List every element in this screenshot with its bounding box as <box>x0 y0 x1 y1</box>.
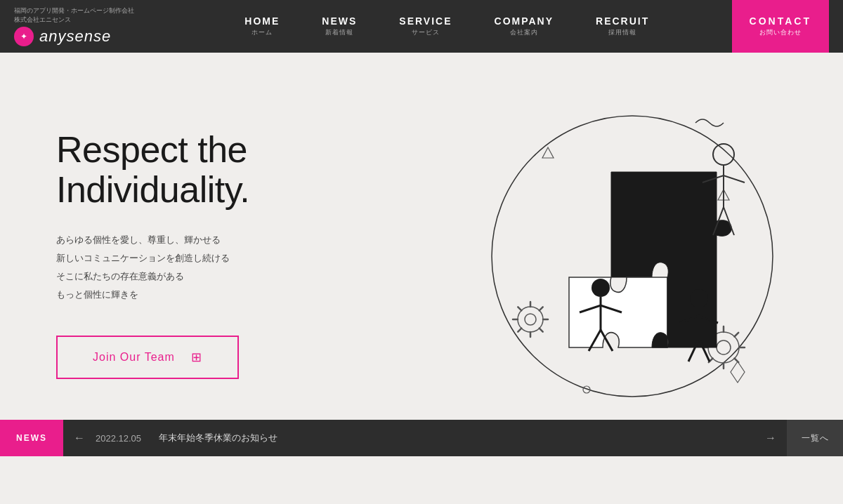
svg-point-6 <box>525 314 536 325</box>
svg-line-11 <box>518 307 521 310</box>
hero-title: Respect the Individuality. <box>56 130 407 210</box>
news-text: 年末年始冬季休業のお知らせ <box>152 432 754 444</box>
svg-line-14 <box>540 329 543 332</box>
news-label: NEWS <box>0 420 63 456</box>
news-next-button[interactable]: → <box>754 420 787 456</box>
svg-point-16 <box>717 340 731 354</box>
nav-recruit[interactable]: RECRUIT 採用情報 <box>575 15 670 37</box>
svg-marker-1 <box>542 147 554 158</box>
nav-service[interactable]: SERVICE サービス <box>378 15 473 37</box>
contact-button[interactable]: CONTACT お問い合わせ <box>732 0 829 53</box>
logo[interactable]: anysense <box>14 27 134 46</box>
svg-line-22 <box>735 333 739 337</box>
svg-line-13 <box>518 329 521 332</box>
news-bar: NEWS ← 2022.12.05 年末年始冬季休業のお知らせ → 一覧へ <box>0 420 843 456</box>
hero-content: Respect the Individuality. あらゆる個性を愛し、尊重し… <box>56 130 407 379</box>
hero-section: Respect the Individuality. あらゆる個性を愛し、尊重し… <box>0 53 843 456</box>
news-prev-button[interactable]: ← <box>63 420 96 456</box>
hero-illustration <box>464 81 801 418</box>
logo-icon <box>14 27 34 46</box>
site-header: 福岡のアプリ開発・ホームページ制作会社 株式会社エニセンス anysense H… <box>0 0 843 53</box>
svg-point-27 <box>690 289 708 307</box>
join-team-button[interactable]: Join Our Team ⊞ <box>56 336 239 379</box>
svg-line-12 <box>540 307 543 310</box>
svg-point-26 <box>592 279 610 297</box>
logo-area: 福岡のアプリ開発・ホームページ制作会社 株式会社エニセンス anysense <box>14 6 134 46</box>
svg-point-25 <box>713 144 734 165</box>
news-date: 2022.12.05 <box>96 433 141 444</box>
nav-company[interactable]: COMPANY 会社案内 <box>473 15 575 37</box>
logo-text: anysense <box>39 27 111 46</box>
svg-line-24 <box>735 359 739 363</box>
company-text: 福岡のアプリ開発・ホームページ制作会社 株式会社エニセンス <box>14 6 134 24</box>
hero-subtitle: あらゆる個性を愛し、尊重し、輝かせる 新しいコミュニケーションを創造し続ける そ… <box>56 231 407 304</box>
person-door-icon: ⊞ <box>191 350 202 365</box>
puzzle-illustration <box>464 81 801 418</box>
svg-marker-4 <box>731 362 745 383</box>
nav-home[interactable]: HOME ホーム <box>223 15 301 37</box>
news-all-button[interactable]: 一覧へ <box>787 420 843 456</box>
main-nav: HOME ホーム NEWS 新着情報 SERVICE サービス COMPANY … <box>162 15 732 37</box>
nav-news[interactable]: NEWS 新着情報 <box>301 15 378 37</box>
